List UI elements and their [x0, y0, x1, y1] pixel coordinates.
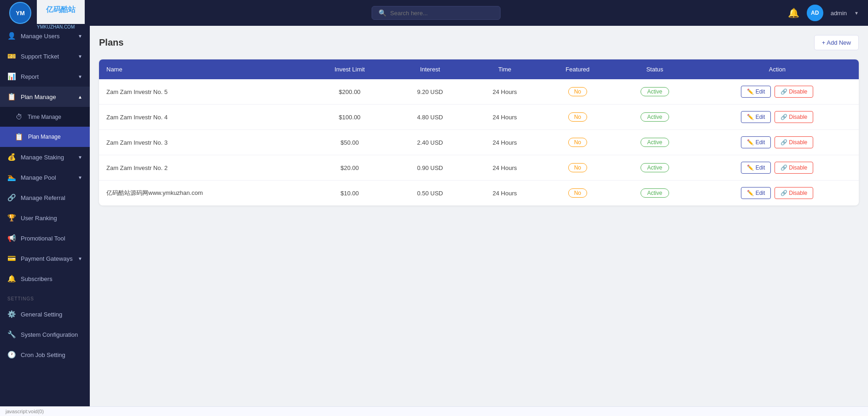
col-status: Status: [614, 59, 696, 79]
cell-name: Zam Zam Investr No. 5: [99, 79, 308, 105]
sidebar-label-report: Report: [21, 73, 39, 80]
settings-section-label: SETTINGS: [0, 289, 90, 304]
edit-button[interactable]: ✏️ Edit: [741, 111, 771, 123]
logo-sub: YMKUZHAN.COM: [37, 24, 85, 30]
chevron-icon: ▼: [78, 175, 82, 180]
cell-action: ✏️ Edit 🔗 Disable: [696, 155, 859, 181]
cron-job-icon: 🕐: [7, 351, 16, 359]
cell-status: Active: [614, 155, 696, 181]
sidebar-item-manage-staking[interactable]: 💰 Manage Staking ▼: [0, 147, 90, 167]
sidebar-label-subscribers: Subscribers: [21, 275, 52, 282]
bell-icon[interactable]: 🔔: [788, 7, 799, 18]
cell-interest: 0.90 USD: [392, 155, 468, 181]
manage-referral-icon: 🔗: [7, 193, 16, 202]
manage-pool-icon: 🏊: [7, 173, 16, 182]
cell-interest: 9.20 USD: [392, 79, 468, 105]
sidebar-label-cron-job-setting: Cron Job Setting: [21, 352, 65, 358]
general-setting-icon: ⚙️: [7, 310, 16, 318]
plan-manage-submenu: ⏱ Time Manage 📋 Plan Manage: [0, 107, 90, 147]
cell-invest-limit: $50.00: [308, 130, 392, 155]
sidebar-label-manage-referral: Manage Referral: [21, 194, 65, 201]
plans-table-container: Name Invest Limit Interest Time Featured…: [99, 59, 859, 205]
cell-status: Active: [614, 79, 696, 105]
sidebar-label-system-configuration: System Configuration: [21, 331, 78, 338]
cell-status: Active: [614, 130, 696, 155]
plans-table: Name Invest Limit Interest Time Featured…: [99, 59, 859, 205]
col-action: Action: [696, 59, 859, 79]
manage-users-icon: 👤: [7, 32, 16, 40]
cell-featured: No: [542, 155, 614, 181]
logo-initials: YM: [16, 10, 25, 17]
sidebar: 👤 Manage Users ▼ 🎫 Support Ticket ▼ 📊 Re…: [0, 26, 90, 416]
sidebar-item-user-ranking[interactable]: 🏆 User Ranking: [0, 208, 90, 228]
search-bar[interactable]: 🔍: [372, 6, 501, 20]
manage-staking-icon: 💰: [7, 153, 16, 161]
sidebar-item-promotional-tool[interactable]: 📢 Promotional Tool: [0, 228, 90, 248]
add-new-button[interactable]: + Add New: [814, 35, 859, 50]
logo-text: 亿码酷站 YMKUZHAN.COM: [37, 0, 85, 30]
main-content: Plans + Add New Name Invest Limit Intere…: [90, 26, 868, 416]
topnav: YM 亿码酷站 YMKUZHAN.COM 🔍 🔔 AD admin ▼: [0, 0, 868, 26]
edit-button[interactable]: ✏️ Edit: [741, 162, 771, 174]
table-row: Zam Zam Investr No. 4 $100.00 4.80 USD 2…: [99, 105, 859, 130]
sidebar-item-subscribers[interactable]: 🔔 Subscribers: [0, 269, 90, 289]
sidebar-item-report[interactable]: 📊 Report ▼: [0, 66, 90, 87]
sidebar-label-user-ranking: User Ranking: [21, 215, 57, 222]
sidebar-item-support-ticket[interactable]: 🎫 Support Ticket ▼: [0, 46, 90, 66]
user-ranking-icon: 🏆: [7, 214, 16, 222]
promotional-tool-icon: 📢: [7, 234, 16, 242]
table-row: Zam Zam Investr No. 2 $20.00 0.90 USD 24…: [99, 155, 859, 181]
cell-action: ✏️ Edit 🔗 Disable: [696, 105, 859, 130]
edit-button[interactable]: ✏️ Edit: [741, 86, 771, 98]
cell-name: 亿码酷站源码网www.ymkuzhan.com: [99, 181, 308, 206]
disable-button[interactable]: 🔗 Disable: [775, 162, 813, 174]
col-interest: Interest: [392, 59, 468, 79]
table-row: Zam Zam Investr No. 3 $50.00 2.40 USD 24…: [99, 130, 859, 155]
logo-circle: YM: [9, 2, 31, 24]
sidebar-subitem-time-manage[interactable]: ⏱ Time Manage: [0, 107, 90, 127]
logo-main: 亿码酷站: [37, 0, 85, 24]
cell-featured: No: [542, 181, 614, 206]
time-manage-icon: ⏱: [15, 113, 23, 121]
admin-label: admin: [831, 10, 847, 17]
cell-status: Active: [614, 105, 696, 130]
sidebar-subitem-plan-manage[interactable]: 📋 Plan Manage: [0, 127, 90, 147]
cell-time: 24 Hours: [468, 79, 542, 105]
topnav-right: 🔔 AD admin ▼: [788, 5, 859, 21]
sidebar-label-plan-manage-sub: Plan Manage: [28, 134, 61, 140]
sidebar-item-plan-manage[interactable]: 📋 Plan Manage ▲: [0, 87, 90, 107]
cell-name: Zam Zam Investr No. 4: [99, 105, 308, 130]
status-bar: javascript:void(0): [0, 406, 868, 416]
plan-manage-icon: 📋: [7, 93, 16, 101]
chevron-icon: ▼: [78, 54, 82, 59]
search-input[interactable]: [390, 10, 494, 17]
chevron-icon: ▲: [78, 94, 82, 100]
sidebar-item-manage-referral[interactable]: 🔗 Manage Referral: [0, 187, 90, 208]
col-time: Time: [468, 59, 542, 79]
cell-interest: 2.40 USD: [392, 130, 468, 155]
cell-time: 24 Hours: [468, 105, 542, 130]
disable-button[interactable]: 🔗 Disable: [775, 111, 813, 123]
sidebar-item-cron-job-setting[interactable]: 🕐 Cron Job Setting: [0, 345, 90, 365]
edit-button[interactable]: ✏️ Edit: [741, 187, 771, 199]
chevron-down-icon[interactable]: ▼: [854, 11, 859, 16]
sidebar-item-general-setting[interactable]: ⚙️ General Setting: [0, 304, 90, 324]
cell-time: 24 Hours: [468, 130, 542, 155]
cell-invest-limit: $100.00: [308, 105, 392, 130]
col-name: Name: [99, 59, 308, 79]
disable-button[interactable]: 🔗 Disable: [775, 136, 813, 148]
cell-action: ✏️ Edit 🔗 Disable: [696, 130, 859, 155]
sidebar-item-manage-pool[interactable]: 🏊 Manage Pool ▼: [0, 167, 90, 187]
sidebar-item-payment-gateways[interactable]: 💳 Payment Gateways ▼: [0, 248, 90, 269]
chevron-icon: ▼: [78, 256, 82, 261]
disable-button[interactable]: 🔗 Disable: [775, 86, 813, 98]
edit-button[interactable]: ✏️ Edit: [741, 136, 771, 148]
cell-interest: 4.80 USD: [392, 105, 468, 130]
chevron-icon: ▼: [78, 155, 82, 160]
avatar: AD: [807, 5, 823, 21]
disable-button[interactable]: 🔗 Disable: [775, 187, 813, 199]
sidebar-item-system-configuration[interactable]: 🔧 System Configuration: [0, 324, 90, 345]
cell-featured: No: [542, 130, 614, 155]
sidebar-label-promotional-tool: Promotional Tool: [21, 235, 65, 242]
sidebar-label-manage-users: Manage Users: [21, 33, 60, 40]
